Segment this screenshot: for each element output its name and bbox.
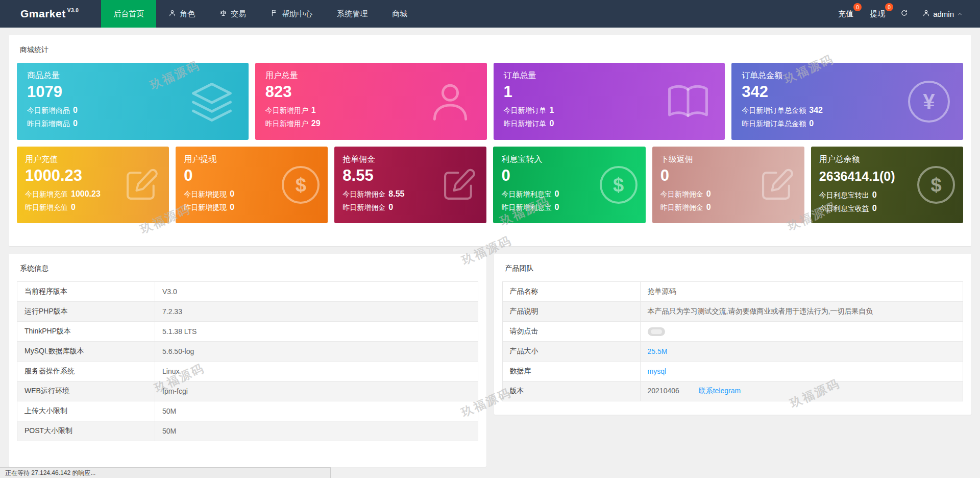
user-menu[interactable]: admin: [915, 0, 967, 28]
nav-item-trade[interactable]: 交易: [207, 0, 258, 28]
line-value: 0: [73, 104, 78, 116]
line-label: 今日新增利息宝: [501, 188, 551, 201]
product-team-panel: 产品团队 产品名称 抢单源码 产品说明 本产品只为学习测试交流,请勿要做商业或者…: [494, 254, 972, 415]
row-label: 版本: [502, 381, 640, 401]
nav-item-dashboard[interactable]: 后台首页: [101, 0, 156, 28]
line-value: 0: [388, 201, 393, 213]
line-value: 0: [809, 117, 814, 130]
dollar-circle-icon: $: [282, 166, 320, 204]
nav-label: 交易: [231, 9, 246, 19]
row-value: 5.1.38 LTS: [155, 322, 478, 342]
row-label: 产品说明: [502, 302, 640, 322]
product-size-link[interactable]: 25.5M: [648, 347, 668, 355]
stat-card-title: 抢单佣金: [342, 154, 478, 165]
nav-item-mall[interactable]: 商城: [380, 0, 420, 28]
stat-card-user-balance-total: 用户总余额 2636414.1(0) 今日利息宝转出0 今日利息宝收益0 $: [811, 147, 963, 223]
topbar-right: 充值 0 提现 0 admin: [830, 0, 980, 28]
line-label: 今日新增用户: [265, 104, 308, 117]
person-icon: [427, 78, 474, 125]
line-label: 昨日新增商品: [27, 117, 70, 130]
line-label: 今日新增充值: [25, 188, 68, 201]
database-link[interactable]: mysql: [648, 367, 667, 375]
username: admin: [933, 10, 954, 18]
yen-circle-icon: ¥: [908, 81, 950, 123]
recharge-button[interactable]: 充值 0: [830, 0, 862, 28]
stat-card-order-amount-total: 订单总金额 342 今日新增订单总金额342 昨日新增订单总金额0 ¥: [731, 63, 963, 140]
main-content: 商城统计 商品总量 1079 今日新增商品0 昨日新增商品0 用户总量 823 …: [0, 28, 980, 467]
nav-item-system-admin[interactable]: 系统管理: [325, 0, 380, 28]
line-value: 342: [809, 104, 823, 116]
line-value: 0: [73, 117, 78, 130]
line-value: 0: [554, 201, 559, 213]
row-label: 产品大小: [502, 342, 640, 362]
line-value: 0: [554, 187, 559, 200]
row-label: WEB运行环境: [17, 381, 155, 401]
flag-icon: [271, 9, 278, 18]
table-row: 请勿点击: [502, 322, 963, 342]
line-value: 0: [550, 117, 554, 130]
row-value: 50M: [155, 401, 478, 421]
line-label: 今日利息宝收益: [819, 202, 869, 215]
line-value: 0: [706, 201, 711, 213]
line-value: 29: [311, 117, 321, 130]
table-row: 产品说明 本产品只为学习测试交流,请勿要做商业或者用于违法行为,一切后果自负: [502, 302, 963, 322]
refresh-icon: [900, 9, 908, 19]
withdraw-label: 提现: [870, 9, 885, 19]
nav-label: 商城: [392, 9, 407, 19]
logo[interactable]: GmarketV3.0: [0, 0, 101, 28]
nav-label: 角色: [180, 9, 195, 19]
edit-icon: [439, 165, 478, 204]
version-value: 20210406: [648, 387, 679, 395]
row-label: ThinkPHP版本: [17, 322, 155, 342]
nav-item-roles[interactable]: 角色: [156, 0, 207, 28]
nav-item-help-center[interactable]: 帮助中心: [258, 0, 325, 28]
scale-icon: [219, 9, 227, 18]
row-label: 请勿点击: [502, 322, 640, 342]
stat-card-title: 用户充值: [25, 154, 161, 165]
row-label: 服务器操作系统: [17, 362, 155, 381]
row-value: mysql: [640, 362, 963, 381]
row-value: 20210406 联系telegram: [640, 381, 963, 401]
status-text: 正在等待 27.124.46.142 的响应...: [5, 469, 95, 477]
table-row: MySQL数据库版本5.6.50-log: [17, 342, 478, 362]
withdraw-button[interactable]: 提现 0: [862, 0, 893, 28]
telegram-link[interactable]: 联系telegram: [699, 387, 741, 395]
line-value: 8.55: [388, 187, 404, 200]
panel-title: 产品团队: [502, 264, 964, 281]
table-row: 版本 20210406 联系telegram: [502, 381, 963, 401]
line-label: 昨日新增用户: [265, 117, 308, 130]
line-value: 0: [706, 187, 711, 200]
table-row: 运行PHP版本7.2.33: [17, 302, 478, 322]
do-not-click-badge[interactable]: [648, 327, 665, 336]
row-label: 当前程序版本: [17, 282, 155, 302]
book-icon: [665, 78, 712, 125]
table-row: 当前程序版本V3.0: [17, 282, 478, 302]
row-label: POST大小限制: [17, 421, 155, 441]
row-value: V3.0: [155, 282, 478, 302]
layers-icon: [188, 78, 235, 125]
line-label: 今日利息宝转出: [819, 189, 869, 202]
line-value: 0: [872, 202, 877, 214]
row-label: 产品名称: [502, 282, 640, 302]
row-label: 数据库: [502, 362, 640, 381]
row-value: fpm-fcgi: [155, 381, 478, 401]
row-value: 7.2.33: [155, 302, 478, 322]
line-value: 0: [230, 187, 234, 200]
row-value: 本产品只为学习测试交流,请勿要做商业或者用于违法行为,一切后果自负: [640, 302, 963, 322]
line-value: 1: [550, 104, 554, 116]
line-label: 昨日新增佣金: [342, 201, 385, 214]
line-label: 昨日新增订单: [504, 117, 547, 130]
stat-card-title: 用户提现: [184, 154, 320, 165]
line-label: 今日新增订单总金额: [742, 104, 806, 117]
stat-card-title: 用户总余额: [819, 154, 955, 165]
stats-row-1: 商品总量 1079 今日新增商品0 昨日新增商品0 用户总量 823 今日新增用…: [17, 63, 963, 140]
stat-card-title: 利息宝转入: [501, 154, 637, 165]
panel-title: 商城统计: [17, 45, 963, 63]
table-row: WEB运行环境fpm-fcgi: [17, 381, 478, 401]
refresh-button[interactable]: [893, 0, 915, 28]
line-value: 1: [311, 104, 316, 116]
line-value: 0: [71, 201, 76, 213]
table-row: POST大小限制50M: [17, 421, 478, 441]
nav-label: 帮助中心: [282, 9, 312, 19]
row-value: [640, 322, 963, 342]
